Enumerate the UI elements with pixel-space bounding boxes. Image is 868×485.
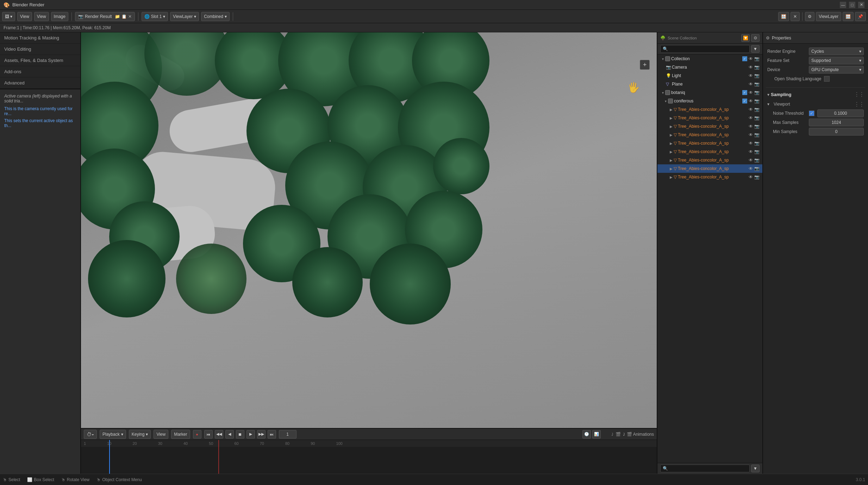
tree-visibility-3[interactable]: 👁 — [749, 132, 753, 137]
outliner-item-light[interactable]: 💡 Light 👁 📷 — [657, 71, 762, 80]
properties-icon-button[interactable]: ⚙ — [805, 12, 814, 21]
outliner-item-tree-2[interactable]: ▶ ▽ Tree_Abies-concolor_A_sp 👁 📷 — [657, 122, 762, 131]
zoom-button[interactable]: + — [640, 60, 650, 70]
stop-button[interactable]: ⏹ — [236, 430, 244, 439]
tree-visibility-1[interactable]: 👁 — [749, 115, 753, 120]
light-visibility[interactable]: 👁 — [749, 73, 753, 78]
tree-expand-5[interactable]: ▶ — [669, 149, 674, 154]
tree-render-6[interactable]: 📷 — [754, 158, 760, 163]
outliner-bottom-search-wrapper[interactable]: 🔍 — [660, 465, 750, 472]
box-select-action[interactable]: ⬜ Box Select — [27, 477, 54, 482]
tree-expand-2[interactable]: ▶ — [669, 124, 674, 129]
view-menu2-button[interactable]: View — [34, 12, 49, 21]
outliner-item-tree-1[interactable]: ▶ ▽ Tree_Abies-concolor_A_sp 👁 📷 — [657, 114, 762, 122]
context-menu-action[interactable]: 🖱 Object Context Menu — [96, 477, 142, 482]
open-shading-checkbox[interactable] — [824, 76, 830, 82]
viewport-options[interactable]: ⋮⋮ — [854, 101, 864, 108]
outliner-item-coniferous[interactable]: ▾ coniferous ✓ 👁 📷 — [657, 97, 762, 105]
keying-dropdown[interactable]: Keying ▾ — [129, 430, 151, 439]
outliner-item-tree-3[interactable]: ▶ ▽ Tree_Abies-concolor_A_sp 👁 📷 — [657, 131, 762, 139]
pin-button[interactable]: 📌 — [855, 12, 866, 21]
outliner-item-collection[interactable]: ▾ Collection ✓ 👁 📷 — [657, 55, 762, 63]
noise-threshold-value[interactable]: 0.1000 — [817, 109, 864, 117]
tree-visibility-7[interactable]: 👁 — [749, 166, 753, 171]
view-menu-button[interactable]: View — [17, 12, 32, 21]
plane-render[interactable]: 📷 — [754, 82, 760, 87]
marker-dropdown[interactable]: Marker — [171, 430, 190, 439]
camera-render[interactable]: 📷 — [754, 65, 760, 70]
max-samples-value[interactable]: 1024 — [809, 119, 864, 126]
tree-render-1[interactable]: 📷 — [754, 115, 760, 120]
outliner-item-tree-4[interactable]: ▶ ▽ Tree_Abies-concolor_A_sp 👁 📷 — [657, 139, 762, 147]
bottom-filter-btn[interactable]: ▼ — [751, 465, 760, 472]
botaniq-render[interactable]: 📷 — [754, 90, 760, 95]
botaniq-expand[interactable]: ▾ — [660, 90, 665, 95]
playback-dropdown[interactable]: Playback ▾ — [100, 430, 126, 439]
tree-expand-3[interactable]: ▶ — [669, 132, 674, 137]
outliner-item-tree-5[interactable]: ▶ ▽ Tree_Abies-concolor_A_sp 👁 📷 — [657, 147, 762, 156]
tree-render-8[interactable]: 📷 — [754, 175, 760, 179]
tree-render-5[interactable]: 📷 — [754, 149, 760, 154]
tree-visibility-6[interactable]: 👁 — [749, 158, 753, 163]
render-engine-dropdown[interactable]: Cycles ▾ — [809, 48, 864, 55]
botaniq-visibility[interactable]: 👁 — [749, 90, 753, 95]
play-back-button[interactable]: ◀ — [225, 430, 234, 439]
tree-expand-6[interactable]: ▶ — [669, 158, 674, 163]
editor-type-button[interactable]: 🖼 ▾ — [2, 12, 15, 21]
outliner-filter-btn[interactable]: 🔽 — [741, 34, 750, 42]
tree-visibility-8[interactable]: 👁 — [749, 175, 753, 179]
tree-visibility-4[interactable]: 👁 — [749, 141, 753, 146]
tree-expand-4[interactable]: ▶ — [669, 141, 674, 146]
viewport-expand[interactable]: ▾ — [767, 102, 769, 107]
coniferous-expand[interactable]: ▾ — [663, 99, 668, 103]
outliner-item-tree-6[interactable]: ▶ ▽ Tree_Abies-concolor_A_sp 👁 📷 — [657, 156, 762, 164]
maximize-button[interactable]: □ — [849, 2, 855, 8]
image-menu-button[interactable]: Image — [51, 12, 68, 21]
new-window-button[interactable]: 🪟 — [778, 12, 789, 21]
tree-render-7[interactable]: 📷 — [754, 166, 760, 171]
tree-expand-1[interactable]: ▶ — [669, 115, 674, 120]
timeline-clock-button[interactable]: 🕐 — [582, 430, 591, 439]
viewlayer2-dropdown[interactable]: ViewLayer — [816, 12, 841, 21]
tree-visibility-2[interactable]: 👁 — [749, 124, 753, 129]
outliner-item-tree-8[interactable]: ▶ ▽ Tree_Abies-concolor_A_sp 👁 📷 — [657, 173, 762, 181]
sidebar-assets[interactable]: Assets, Files, & Data System — [0, 55, 80, 66]
record-button[interactable]: ● — [193, 430, 201, 439]
step-forward-button[interactable]: ▶▶ — [257, 430, 266, 439]
play-forward-button[interactable]: ▶ — [246, 430, 255, 439]
tree-render-0[interactable]: 📷 — [754, 107, 760, 112]
filter-button[interactable]: ▼ — [751, 45, 760, 53]
tree-visibility-5[interactable]: 👁 — [749, 149, 753, 154]
feature-set-dropdown[interactable]: Supported ▾ — [809, 57, 864, 64]
tree-expand-7[interactable]: ▶ — [669, 166, 674, 171]
viewport[interactable]: + 🖐 — [81, 32, 657, 428]
light-render[interactable]: 📷 — [754, 73, 760, 78]
tree-render-3[interactable]: 📷 — [754, 132, 760, 137]
device-dropdown[interactable]: GPU Compute ▾ — [809, 66, 864, 74]
slot-dropdown[interactable]: 🌐 Slot 1 ▾ — [142, 12, 168, 21]
timeline-cache-button[interactable]: 📊 — [592, 430, 601, 439]
tree-visibility-0[interactable]: 👁 — [749, 107, 753, 112]
sampling-options-dots[interactable]: ⋮⋮ — [854, 91, 864, 98]
expand-arrow[interactable]: ▾ — [660, 56, 665, 61]
timeline-editor-type[interactable]: ⏱▾ — [84, 430, 97, 439]
tree-render-2[interactable]: 📷 — [754, 124, 760, 129]
tree-expand-8[interactable]: ▶ — [669, 175, 674, 179]
combined-dropdown[interactable]: Combined ▾ — [201, 12, 230, 21]
sidebar-motion-tracking[interactable]: Motion Tracking & Masking — [0, 32, 80, 44]
timeline-view-dropdown[interactable]: View — [154, 430, 168, 439]
select-action[interactable]: 🖱 Select — [3, 477, 20, 482]
tree-expand-0[interactable]: ▶ — [669, 107, 674, 112]
sampling-header[interactable]: ▾ Sampling ⋮⋮ — [766, 90, 865, 99]
sidebar-advanced[interactable]: Advanced — [0, 77, 80, 89]
coniferous-checkbox[interactable]: ✓ — [742, 99, 747, 103]
camera-visibility[interactable]: 👁 — [749, 65, 753, 70]
viewlayer-dropdown[interactable]: ViewLayer ▾ — [170, 12, 199, 21]
frame-input[interactable]: 1 — [279, 430, 296, 439]
collection-render[interactable]: 📷 — [754, 56, 760, 61]
jump-end-button[interactable]: ⏭ — [268, 430, 276, 439]
outliner-options-btn[interactable]: ⚙ — [751, 34, 760, 42]
coniferous-visibility[interactable]: 👁 — [749, 99, 753, 103]
outliner-item-tree-0[interactable]: ▶ ▽ Tree_Abies-concolor_A_sp 👁 📷 — [657, 105, 762, 114]
close-panel-button[interactable]: ✕ — [791, 12, 800, 21]
